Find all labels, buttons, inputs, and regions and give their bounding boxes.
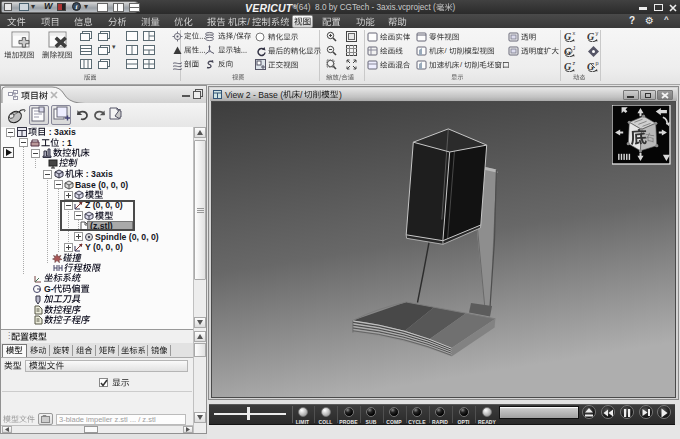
svg-text:G: G [564, 61, 572, 72]
svg-text:G: G [564, 46, 572, 57]
svg-text:G: G [564, 31, 572, 42]
svg-text:p: p [596, 60, 599, 66]
svg-text:G: G [587, 61, 595, 72]
svg-text:J: J [573, 45, 576, 51]
svg-text:y: y [596, 30, 599, 36]
svg-text:G: G [587, 31, 595, 42]
svg-text:x: x [573, 30, 576, 36]
svg-text:z: z [573, 60, 576, 66]
